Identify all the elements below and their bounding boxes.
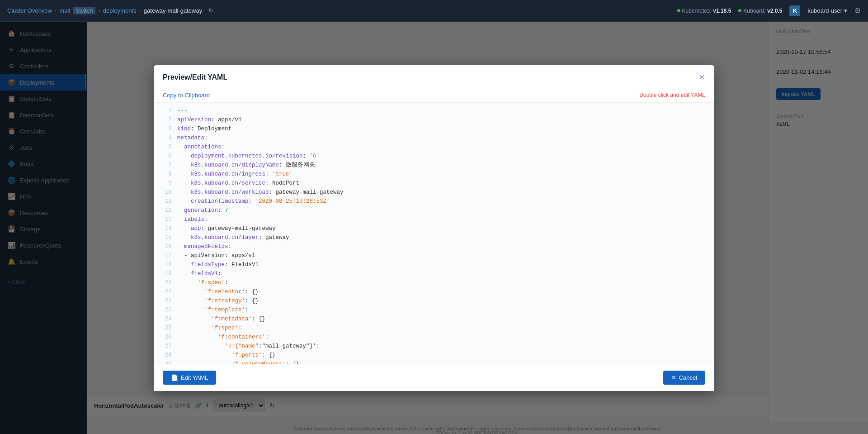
- line-number: 5: [159, 143, 172, 152]
- yaml-line: 14 app: gateway-mall-gateway: [154, 224, 714, 233]
- line-number: 10: [159, 188, 172, 197]
- username-label: kuboard-user: [807, 7, 842, 14]
- yaml-line: 17 - apiVersion: apps/v1: [154, 251, 714, 260]
- line-number: 27: [159, 342, 172, 351]
- kuboard-info: Kuboard: v2.0.5: [738, 8, 782, 14]
- line-content: k8s.kuboard.cn/ingress: 'true': [177, 170, 709, 179]
- edit-yaml-button[interactable]: 📄 Edit YAML: [163, 371, 216, 385]
- line-content: 'f:volumeMounts': {}: [177, 360, 709, 364]
- line-number: 22: [159, 296, 172, 305]
- yaml-line: 15 k8s.kuboard.cn/layer: gateway: [154, 233, 714, 242]
- breadcrumb-sep-1: ›: [55, 7, 57, 14]
- breadcrumb-mall[interactable]: mall: [59, 7, 70, 14]
- top-navigation: Cluster Overview › mall Switch › deploym…: [0, 0, 868, 22]
- line-number: 7: [159, 161, 172, 170]
- yaml-line: 25 'f:spec':: [154, 324, 714, 333]
- edit-yaml-icon: 📄: [171, 374, 178, 381]
- line-content: metadata:: [177, 134, 709, 143]
- breadcrumb-sep-3: ›: [139, 7, 141, 14]
- line-content: 'f:strategy': {}: [177, 296, 709, 305]
- yaml-line: 12 generation: 7: [154, 206, 714, 215]
- breadcrumb-cluster[interactable]: Cluster Overview: [7, 7, 52, 14]
- kuboard-logo: K: [789, 5, 800, 16]
- line-content: annotations:: [177, 143, 709, 152]
- line-content: k8s.kuboard.cn/workload: gateway-mall-ga…: [177, 188, 709, 197]
- line-number: 19: [159, 269, 172, 278]
- line-content: 'f:containers':: [177, 333, 709, 342]
- line-number: 18: [159, 260, 172, 269]
- line-content: apiVersion: apps/v1: [177, 115, 709, 124]
- yaml-line: 11 creationTimestamp: '2020-08-25T10:28:…: [154, 197, 714, 206]
- line-content: k8s.kuboard.cn/displayName: 微服务网关: [177, 161, 709, 170]
- breadcrumb-deployments[interactable]: deployments: [103, 7, 137, 14]
- kuboard-label: Kuboard:: [743, 8, 765, 14]
- line-number: 21: [159, 287, 172, 296]
- switch-badge[interactable]: Switch: [73, 7, 95, 14]
- copy-to-clipboard-button[interactable]: Copy to Clipboard: [163, 92, 210, 99]
- line-number: 23: [159, 305, 172, 315]
- user-menu-button[interactable]: kuboard-user ▾: [807, 7, 847, 14]
- cancel-icon: ✕: [671, 374, 676, 381]
- user-dropdown-icon: ▾: [844, 7, 847, 14]
- modal-close-button[interactable]: ✕: [698, 72, 705, 82]
- modal-overlay[interactable]: Preview/Edit YAML ✕ Copy to Clipboard Do…: [0, 22, 868, 434]
- line-content: 'f:metadata': {}: [177, 315, 709, 324]
- line-content: fieldsType: FieldsV1: [177, 260, 709, 269]
- k8s-version: v1.18.5: [713, 8, 731, 14]
- k8s-status-dot: [677, 9, 680, 12]
- kuboard-status-dot: [738, 9, 741, 12]
- yaml-line: 7 k8s.kuboard.cn/displayName: 微服务网关: [154, 161, 714, 170]
- yaml-line: 27 'k:{"name":"mall-gateway"}':: [154, 342, 714, 351]
- line-content: 'f:ports': {}: [177, 351, 709, 360]
- line-number: 20: [159, 278, 172, 287]
- line-number: 28: [159, 351, 172, 360]
- line-number: 3: [159, 124, 172, 134]
- settings-icon[interactable]: ⚙: [854, 6, 861, 15]
- line-number: 16: [159, 242, 172, 251]
- cancel-button[interactable]: ✕ Cancel: [663, 371, 705, 385]
- yaml-line: 6 deployment.kubernetes.io/revision: '6': [154, 152, 714, 161]
- line-number: 8: [159, 170, 172, 179]
- topnav-right: Kubernetes: v1.18.5 Kuboard: v2.0.5 K ku…: [677, 5, 861, 16]
- line-number: 9: [159, 179, 172, 188]
- yaml-line: 26 'f:containers':: [154, 333, 714, 342]
- refresh-icon[interactable]: ↻: [208, 7, 213, 14]
- yaml-line: 18 fieldsType: FieldsV1: [154, 260, 714, 269]
- line-number: 26: [159, 333, 172, 342]
- breadcrumb-sep-2: ›: [98, 7, 100, 14]
- yaml-line: 29 'f:volumeMounts': {}: [154, 360, 714, 364]
- yaml-line: 24 'f:metadata': {}: [154, 315, 714, 324]
- modal-toolbar: Copy to Clipboard Double click and edit …: [154, 88, 714, 103]
- yaml-line: 9 k8s.kuboard.cn/service: NodePort: [154, 179, 714, 188]
- line-content: 'f:spec':: [177, 324, 709, 333]
- double-click-hint: Double click and edit YAML: [639, 92, 705, 98]
- k8s-label: Kubernetes:: [682, 8, 712, 14]
- yaml-line: 22 'f:strategy': {}: [154, 296, 714, 305]
- line-content: 'f:template':: [177, 305, 709, 315]
- line-number: 2: [159, 115, 172, 124]
- line-content: managedFields:: [177, 242, 709, 251]
- line-number: 29: [159, 360, 172, 364]
- line-content: 'f:selector': {}: [177, 287, 709, 296]
- line-content: 'k:{"name":"mall-gateway"}':: [177, 342, 709, 351]
- line-content: 'f:spec':: [177, 278, 709, 287]
- line-content: ---: [177, 106, 709, 115]
- yaml-line: 3kind: Deployment: [154, 124, 714, 134]
- kubernetes-info: Kubernetes: v1.18.5: [677, 8, 731, 14]
- breadcrumb-area: Cluster Overview › mall Switch › deploym…: [7, 7, 677, 14]
- yaml-line: 8 k8s.kuboard.cn/ingress: 'true': [154, 170, 714, 179]
- line-content: fieldsV1:: [177, 269, 709, 278]
- line-number: 25: [159, 324, 172, 333]
- yaml-content-area: 1---2apiVersion: apps/v13kind: Deploymen…: [154, 103, 714, 364]
- line-content: deployment.kubernetes.io/revision: '6': [177, 152, 709, 161]
- yaml-line: 20 'f:spec':: [154, 278, 714, 287]
- line-content: - apiVersion: apps/v1: [177, 251, 709, 260]
- modal-title: Preview/Edit YAML: [163, 73, 227, 81]
- breadcrumb-gateway: gateway-mall-gateway: [144, 7, 202, 14]
- line-content: app: gateway-mall-gateway: [177, 224, 709, 233]
- yaml-line: 19 fieldsV1:: [154, 269, 714, 278]
- yaml-line: 5 annotations:: [154, 143, 714, 152]
- line-number: 15: [159, 233, 172, 242]
- edit-yaml-label: Edit YAML: [181, 374, 208, 381]
- line-number: 14: [159, 224, 172, 233]
